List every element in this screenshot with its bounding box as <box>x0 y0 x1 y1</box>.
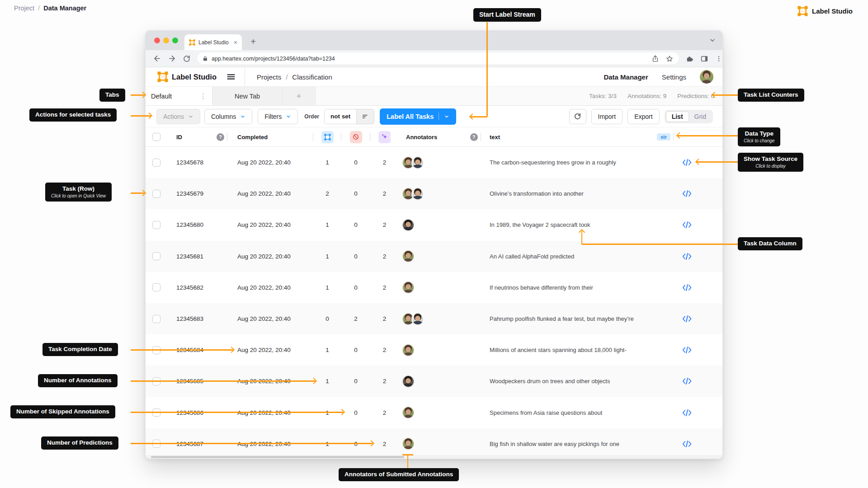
show-source-code-icon[interactable] <box>682 284 692 291</box>
show-source-code-icon[interactable] <box>682 190 692 197</box>
annotator-avatar[interactable] <box>402 375 415 388</box>
close-window-button[interactable] <box>154 38 160 43</box>
url-field[interactable]: app.heartex.com/projects/123456/data?tab… <box>197 52 679 65</box>
show-source-code-icon[interactable] <box>682 440 692 448</box>
hamburger-menu-icon[interactable] <box>226 72 236 81</box>
show-source-code-icon[interactable] <box>682 346 692 354</box>
label-all-tasks-button[interactable]: Label All Tasks <box>380 108 456 125</box>
new-tab-button[interactable]: + <box>247 35 259 48</box>
annotator-avatar[interactable] <box>402 250 415 263</box>
table-row[interactable]: 12345681 Aug 20 2022, 20:40 1 0 2 An AI … <box>146 241 722 272</box>
annotator-avatar[interactable] <box>402 219 415 231</box>
horizontal-scrollbar[interactable] <box>146 455 722 459</box>
import-button[interactable]: Import <box>591 109 623 124</box>
skipped-count: 0 <box>341 178 370 209</box>
column-annotations[interactable] <box>313 127 341 146</box>
breadcrumb-project[interactable]: Project <box>14 5 34 12</box>
predictions-count: 2 <box>370 147 399 178</box>
annotator-avatar[interactable] <box>402 437 415 450</box>
scrollbar-thumb[interactable] <box>151 456 404 458</box>
refresh-button[interactable] <box>569 109 586 124</box>
user-avatar[interactable] <box>700 70 713 84</box>
column-predictions[interactable] <box>370 127 399 146</box>
minimize-window-button[interactable] <box>163 38 169 43</box>
row-checkbox[interactable] <box>152 221 160 229</box>
dm-tab-default[interactable]: Default ⋮ <box>146 87 212 105</box>
lock-icon <box>203 56 208 61</box>
predictions-column-icon <box>378 131 391 143</box>
tab-close-icon[interactable]: × <box>234 39 237 46</box>
annotator-avatar[interactable] <box>411 188 424 200</box>
data-type-badge[interactable]: str <box>657 133 670 141</box>
predictions-count: 2 <box>370 397 399 428</box>
dm-tab-new[interactable]: New Tab <box>212 87 283 105</box>
sort-direction-button[interactable] <box>357 109 374 124</box>
row-checkbox[interactable] <box>152 283 160 291</box>
back-icon[interactable] <box>153 54 161 63</box>
annotator-avatar[interactable] <box>402 344 415 357</box>
tab-options-kebab-icon[interactable]: ⋮ <box>200 92 207 100</box>
row-checkbox[interactable] <box>152 190 160 198</box>
row-checkbox[interactable] <box>152 315 160 323</box>
column-completed[interactable]: Completed <box>227 127 313 146</box>
task-id: 12345683 <box>167 303 213 334</box>
view-grid-button[interactable]: Grid <box>689 112 712 122</box>
predictions-count: 2 <box>370 209 399 240</box>
annotators-cell <box>399 303 467 334</box>
skipped-count: 0 <box>341 334 370 366</box>
browser-menu-kebab-icon[interactable] <box>715 55 722 62</box>
column-text[interactable]: text str <box>481 127 674 146</box>
actions-button[interactable]: Actions <box>156 109 200 124</box>
show-source-code-icon[interactable] <box>682 409 692 417</box>
show-source-code-icon[interactable] <box>682 315 692 323</box>
task-text: Millions of ancient stars spanning about… <box>481 334 674 366</box>
view-list-button[interactable]: List <box>666 111 689 122</box>
dm-tab-add-button[interactable]: + <box>283 87 316 105</box>
column-id[interactable]: ID <box>167 127 213 146</box>
row-checkbox[interactable] <box>152 252 160 260</box>
app-brand-label: Label Studio <box>172 73 217 81</box>
table-row[interactable]: 12345683 Aug 20 2022, 20:40 0 2 2 Pahrum… <box>146 303 722 334</box>
annotator-avatar[interactable] <box>411 313 424 325</box>
nav-settings[interactable]: Settings <box>662 73 686 81</box>
extensions-puzzle-icon[interactable] <box>685 55 693 63</box>
export-button[interactable]: Export <box>627 109 659 124</box>
nav-data-manager[interactable]: Data Manager <box>604 73 648 81</box>
table-row[interactable]: 12345680 Aug 20 2022, 20:40 1 0 2 In 198… <box>146 209 722 240</box>
show-source-code-icon[interactable] <box>682 253 692 260</box>
columns-button[interactable]: Columns <box>204 109 252 124</box>
table-row[interactable]: 12345679 Aug 20 2022, 20:40 2 0 2 Olivin… <box>146 178 722 209</box>
tab-search-chevron-icon[interactable] <box>709 37 716 46</box>
side-panel-icon[interactable] <box>700 55 708 63</box>
help-icon[interactable]: ? <box>217 133 224 141</box>
order-value-button[interactable]: not set <box>324 109 357 124</box>
annotator-avatar[interactable] <box>402 406 415 419</box>
column-annotators[interactable]: Annotators <box>399 127 467 146</box>
show-source-code-icon[interactable] <box>682 377 692 385</box>
skipped-count: 0 <box>341 209 370 240</box>
browser-tab[interactable]: Label Studio × <box>184 34 242 50</box>
table-row[interactable]: 12345678 Aug 20 2022, 20:40 1 0 2 The ca… <box>146 147 722 178</box>
table-row[interactable]: 12345682 Aug 20 2022, 20:40 1 0 2 If neu… <box>146 272 722 303</box>
predictions-count: 2 <box>370 428 399 459</box>
annotator-avatar[interactable] <box>411 156 424 169</box>
bookmark-star-icon[interactable] <box>665 55 674 63</box>
task-id: 12345681 <box>167 241 213 272</box>
help-icon[interactable]: ? <box>470 133 478 141</box>
dm-toolbar: Actions Columns Filters Order not set La… <box>146 106 722 127</box>
task-id: 12345678 <box>167 147 213 178</box>
reload-icon[interactable] <box>183 55 191 63</box>
maximize-window-button[interactable] <box>172 38 178 43</box>
select-all-checkbox[interactable] <box>152 133 160 141</box>
share-icon[interactable] <box>651 55 659 62</box>
column-skipped[interactable] <box>341 127 370 146</box>
task-text: Big fish in shallow water are easy picki… <box>481 428 674 459</box>
show-source-code-icon[interactable] <box>682 159 692 166</box>
row-checkbox[interactable] <box>152 159 160 167</box>
breadcrumb-projects-link[interactable]: Projects <box>257 73 281 81</box>
show-source-code-icon[interactable] <box>682 221 692 229</box>
filters-button[interactable]: Filters <box>258 109 298 124</box>
forward-icon[interactable] <box>168 54 176 63</box>
annotator-avatar[interactable] <box>402 281 415 294</box>
skipped-count: 0 <box>341 147 370 178</box>
